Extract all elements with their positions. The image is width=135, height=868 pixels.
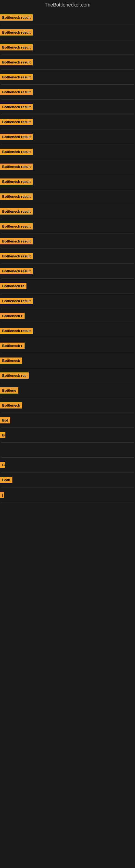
bottleneck-badge[interactable]: Bottleneck result: [0, 208, 33, 215]
bottleneck-item: Bottleneck result: [0, 25, 135, 40]
bottleneck-item: Bottleneck result: [0, 249, 135, 264]
bottleneck-badge[interactable]: Bottlene: [0, 388, 18, 394]
bottleneck-item: Bottleneck r: [0, 308, 135, 323]
bottleneck-badge[interactable]: Bottleneck result: [0, 74, 33, 80]
bottleneck-badge[interactable]: Bottleneck result: [0, 193, 33, 199]
bottleneck-item: Bottleneck result: [0, 189, 135, 204]
bottleneck-item: [0, 443, 135, 457]
bottleneck-badge[interactable]: Bottleneck r: [0, 313, 25, 319]
bottleneck-badge[interactable]: Bottleneck result: [0, 328, 33, 334]
bottleneck-item: Bottlene: [0, 383, 135, 398]
site-title: TheBottlenecker.com: [0, 0, 135, 10]
bottleneck-item: Bottleneck result: [0, 40, 135, 55]
bottleneck-badge[interactable]: Bottleneck result: [0, 238, 33, 244]
bottleneck-badge[interactable]: Bottl: [0, 477, 12, 483]
bottleneck-badge[interactable]: Bottleneck result: [0, 14, 33, 21]
bottleneck-badge[interactable]: Bottleneck result: [0, 44, 33, 51]
bottleneck-badge[interactable]: Bottleneck result: [0, 179, 33, 185]
bottleneck-item: B: [0, 458, 135, 472]
bottleneck-item: Bottleneck result: [0, 144, 135, 159]
bottleneck-item: Bottleneck result: [0, 129, 135, 144]
bottleneck-badge[interactable]: Bottleneck result: [0, 163, 33, 170]
bottleneck-badge[interactable]: Bottleneck: [0, 358, 22, 364]
bottleneck-badge[interactable]: Bottleneck result: [0, 89, 33, 95]
bottleneck-item: Bottleneck result: [0, 174, 135, 189]
bottleneck-badge[interactable]: Bottleneck result: [0, 134, 33, 140]
bottleneck-item: Bottleneck result: [0, 204, 135, 219]
bottleneck-item: Bottleneck result: [0, 115, 135, 129]
bottleneck-item: Bottleneck result: [0, 99, 135, 114]
bottleneck-badge[interactable]: Bottleneck re: [0, 283, 27, 289]
bottleneck-badge[interactable]: Bottleneck result: [0, 223, 33, 229]
bottleneck-badge[interactable]: Bottleneck result: [0, 253, 33, 259]
bottleneck-badge[interactable]: Bottleneck r: [0, 343, 25, 349]
bottleneck-item: Bottleneck result: [0, 159, 135, 174]
bottleneck-badge[interactable]: Bot: [0, 417, 10, 424]
bottleneck-item: Bottleneck result: [0, 293, 135, 308]
bottleneck-item: Bottleneck result: [0, 219, 135, 234]
bottleneck-badge[interactable]: B: [0, 432, 5, 438]
bottleneck-badge[interactable]: Bottleneck result: [0, 149, 33, 155]
bottleneck-badge[interactable]: Bottleneck result: [0, 119, 33, 125]
bottleneck-item: Bottleneck re: [0, 279, 135, 293]
bottleneck-item: |: [0, 488, 135, 502]
bottleneck-item: Bottleneck result: [0, 264, 135, 278]
bottleneck-badge[interactable]: Bottleneck: [0, 402, 22, 408]
bottleneck-item: Bottleneck result: [0, 234, 135, 248]
bottleneck-badge[interactable]: |: [0, 492, 4, 498]
bottleneck-item: Bottleneck result: [0, 70, 135, 84]
bottleneck-item: Bottleneck r: [0, 338, 135, 353]
bottleneck-badge[interactable]: Bottleneck res: [0, 372, 29, 379]
bottleneck-badge[interactable]: Bottleneck result: [0, 29, 33, 35]
bottleneck-item: Bottleneck result: [0, 323, 135, 338]
bottleneck-item: Bottleneck: [0, 398, 135, 412]
bottleneck-badge[interactable]: Bottleneck result: [0, 59, 33, 65]
bottleneck-item: Bottleneck result: [0, 85, 135, 99]
bottleneck-item: B: [0, 428, 135, 442]
bottleneck-badge[interactable]: Bottleneck result: [0, 298, 33, 304]
bottleneck-item: Bottleneck result: [0, 10, 135, 25]
bottleneck-item: Bottleneck result: [0, 55, 135, 69]
bottleneck-item: Bottleneck: [0, 353, 135, 368]
bottleneck-badge[interactable]: Bottleneck result: [0, 104, 33, 110]
bottleneck-item: Bottl: [0, 472, 135, 487]
bottleneck-item: Bottleneck res: [0, 368, 135, 383]
bottleneck-badge[interactable]: B: [0, 462, 5, 468]
bottleneck-badge[interactable]: Bottleneck result: [0, 268, 33, 274]
bottleneck-item: Bot: [0, 413, 135, 428]
